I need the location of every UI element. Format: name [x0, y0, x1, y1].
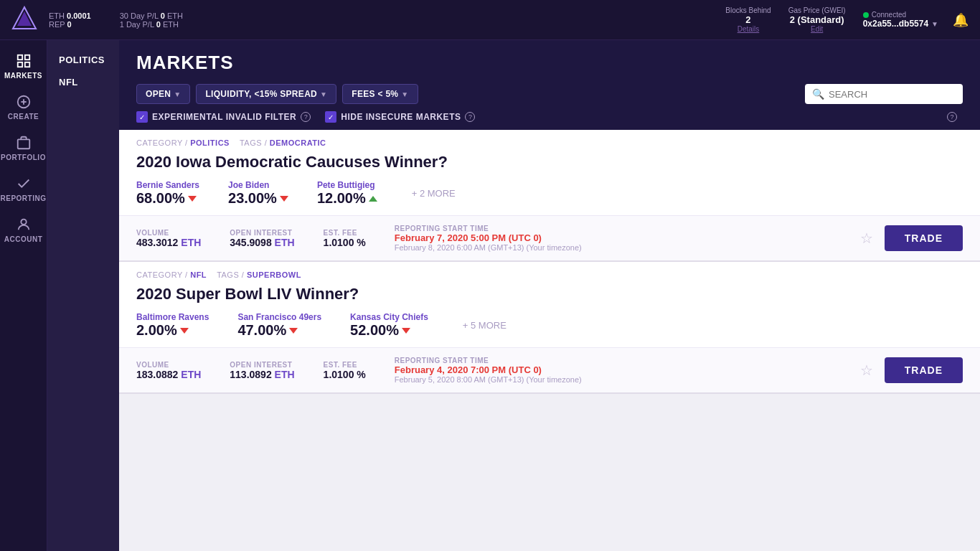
option-name-49ers[interactable]: San Francisco 49ers	[237, 312, 321, 322]
market-title-iowa[interactable]: 2020 Iowa Democratic Caucuses Winner?	[119, 150, 980, 180]
hide-insecure-info-icon[interactable]: ?	[465, 112, 475, 122]
option-pct-ravens: 2.00%	[136, 322, 177, 339]
filter-row: OPEN ▼ LIQUIDITY, <15% SPREAD ▼ FEES < 5…	[136, 84, 963, 104]
card-category-iowa: CATEGORY / POLITICS TAGS / DEMOCRATIC	[119, 130, 980, 150]
chevron-down-icon: ▼	[174, 90, 181, 98]
hide-insecure-label: HIDE INSECURE MARKETS	[341, 112, 461, 122]
reporting-stat-iowa: REPORTING START TIME February 7, 2020 5:…	[395, 225, 582, 252]
connection-dot	[863, 12, 869, 18]
logo[interactable]	[11, 6, 37, 34]
option-pct-chiefs: 52.00%	[350, 322, 399, 339]
favorite-star-icon-superbowl[interactable]: ☆	[860, 362, 873, 379]
sidebar-item-reporting[interactable]: REPORTING	[0, 169, 47, 209]
markets-header: MARKETS OPEN ▼ LIQUIDITY, <15% SPREAD ▼ …	[119, 40, 980, 130]
option-name-pete[interactable]: Pete Buttigieg	[317, 180, 377, 190]
hide-insecure-checkbox[interactable]: ✓ HIDE INSECURE MARKETS ?	[325, 111, 475, 123]
favorite-star-icon-iowa[interactable]: ☆	[860, 230, 873, 247]
category-link-politics[interactable]: POLITICS	[190, 138, 230, 147]
card-footer-superbowl: VOLUME 183.0882 ETH OPEN INTEREST 113.08…	[119, 347, 980, 392]
card-category-superbowl: CATEGORY / NFL TAGS / SUPERBOWL	[119, 262, 980, 282]
volume-stat-iowa: VOLUME 483.3012 ETH	[136, 229, 201, 248]
more-options-link-iowa[interactable]: + 2 MORE	[412, 188, 456, 199]
arrow-down-icon	[280, 196, 288, 202]
option-pct-49ers: 47.00%	[237, 322, 286, 339]
blocks-details-link[interactable]: Details	[738, 25, 760, 33]
svg-marker-1	[17, 11, 32, 26]
gas-edit-link[interactable]: Edit	[811, 25, 823, 33]
option-pct-pete: 12.00%	[317, 190, 366, 207]
category-link-nfl[interactable]: NFL	[190, 270, 207, 279]
blocks-behind-section: Blocks Behind 2 Details	[725, 6, 771, 33]
volume-value-iowa: 483.3012 ETH	[136, 237, 201, 248]
gas-price-section: Gas Price (GWEI) 2 (Standard) Edit	[788, 6, 846, 33]
market-card-superbowl: CATEGORY / NFL TAGS / SUPERBOWL 2020 Sup…	[119, 262, 980, 394]
search-icon: 🔍	[812, 88, 824, 100]
balances-section: ETH 0.0001 REP 0	[49, 11, 91, 29]
svg-rect-5	[17, 62, 22, 67]
filter-open-button[interactable]: OPEN ▼	[136, 84, 190, 104]
search-container: 🔍	[805, 84, 963, 104]
option-name-biden[interactable]: Joe Biden	[228, 180, 288, 190]
arrow-down-icon	[180, 328, 189, 334]
option-name-bernie[interactable]: Bernie Sanders	[136, 180, 199, 190]
market-card-iowa: CATEGORY / POLITICS TAGS / DEMOCRATIC 20…	[119, 130, 980, 262]
filter-fees-button[interactable]: FEES < 5% ▼	[342, 84, 418, 104]
notification-bell-icon[interactable]: 🔔	[953, 12, 969, 28]
experimental-filter-label: EXPERIMENTAL INVALID FILTER	[152, 112, 296, 122]
card-options-superbowl: Baltimore Ravens 2.00% San Francisco 49e…	[119, 312, 980, 347]
tag-link-democratic[interactable]: DEMOCRATIC	[270, 138, 326, 147]
option-name-chiefs[interactable]: Kansas City Chiefs	[350, 312, 428, 322]
top-header: ETH 0.0001 REP 0 30 Day P/L 0 ETH 1 Day …	[0, 0, 980, 40]
experimental-info-icon[interactable]: ?	[301, 112, 311, 122]
option-49ers: San Francisco 49ers 47.00%	[237, 312, 321, 339]
search-input[interactable]	[829, 89, 956, 100]
search-box: 🔍	[805, 84, 963, 104]
est-fee-value-superbowl: 1.0100 %	[324, 369, 366, 380]
markets-title: MARKETS	[136, 52, 963, 74]
wallet-address[interactable]: 0x2a55...db5574 ▼	[863, 19, 938, 29]
sub-sidebar: POLITICS NFL	[47, 40, 119, 551]
pnl-1d: 1 Day P/L 0 ETH	[120, 20, 183, 29]
filter-liquidity-button[interactable]: LIQUIDITY, <15% SPREAD ▼	[196, 84, 336, 104]
option-name-ravens[interactable]: Baltimore Ravens	[136, 312, 209, 322]
option-ravens: Baltimore Ravens 2.00%	[136, 312, 209, 339]
volume-stat-superbowl: VOLUME 183.0882 ETH	[136, 361, 201, 380]
est-fee-stat-iowa: EST. FEE 1.0100 %	[324, 229, 366, 248]
sub-sidebar-item-nfl[interactable]: NFL	[47, 71, 119, 93]
sidebar-item-portfolio[interactable]: PORTFOLIO	[0, 128, 47, 169]
checkbox-checked-icon: ✓	[136, 111, 148, 123]
experimental-filter-checkbox[interactable]: ✓ EXPERIMENTAL INVALID FILTER ?	[136, 111, 311, 123]
main-layout: MARKETS CREATE PORTFOLIO REPORTING	[0, 40, 980, 551]
est-fee-stat-superbowl: EST. FEE 1.0100 %	[324, 361, 366, 380]
svg-rect-3	[24, 55, 29, 60]
chevron-down-icon: ▼	[401, 90, 408, 98]
svg-rect-9	[17, 139, 29, 149]
address-chevron-icon: ▼	[931, 20, 938, 28]
open-interest-value-superbowl: 113.0892 ETH	[230, 369, 294, 380]
connection-section: Connected 0x2a55...db5574 ▼	[863, 11, 938, 29]
footer-right-superbowl: ☆ TRADE	[860, 357, 963, 383]
sidebar-item-create[interactable]: CREATE	[0, 87, 47, 128]
market-title-superbowl[interactable]: 2020 Super Bowl LIV Winner?	[119, 282, 980, 312]
option-chiefs: Kansas City Chiefs 52.00%	[350, 312, 428, 339]
tag-link-superbowl[interactable]: SUPERBOWL	[247, 270, 301, 279]
chevron-down-icon: ▼	[320, 90, 327, 98]
sidebar-item-markets[interactable]: MARKETS	[0, 46, 47, 87]
sub-sidebar-item-politics[interactable]: POLITICS	[47, 49, 119, 71]
card-footer-iowa: VOLUME 483.3012 ETH OPEN INTEREST 345.90…	[119, 215, 980, 260]
open-interest-value-iowa: 345.9098 ETH	[230, 237, 294, 248]
svg-rect-4	[24, 62, 29, 67]
sidebar-item-account[interactable]: ACCOUNT	[0, 209, 47, 250]
more-options-link-superbowl[interactable]: + 5 MORE	[463, 320, 507, 331]
checkbox-checked-icon: ✓	[325, 111, 336, 123]
sidebar: MARKETS CREATE PORTFOLIO REPORTING	[0, 40, 47, 551]
trade-button-iowa[interactable]: TRADE	[885, 225, 963, 251]
arrow-down-icon	[188, 196, 197, 202]
global-info-icon[interactable]: ?	[947, 112, 957, 122]
arrow-down-icon	[289, 328, 298, 334]
trade-button-superbowl[interactable]: TRADE	[885, 357, 963, 383]
eth-balance: ETH 0.0001	[49, 11, 91, 20]
reporting-date-local-iowa: February 8, 2020 6:00 AM (GMT+13) (Your …	[395, 243, 582, 252]
open-interest-stat-superbowl: OPEN INTEREST 113.0892 ETH	[230, 361, 294, 380]
option-biden: Joe Biden 23.00%	[228, 180, 288, 207]
